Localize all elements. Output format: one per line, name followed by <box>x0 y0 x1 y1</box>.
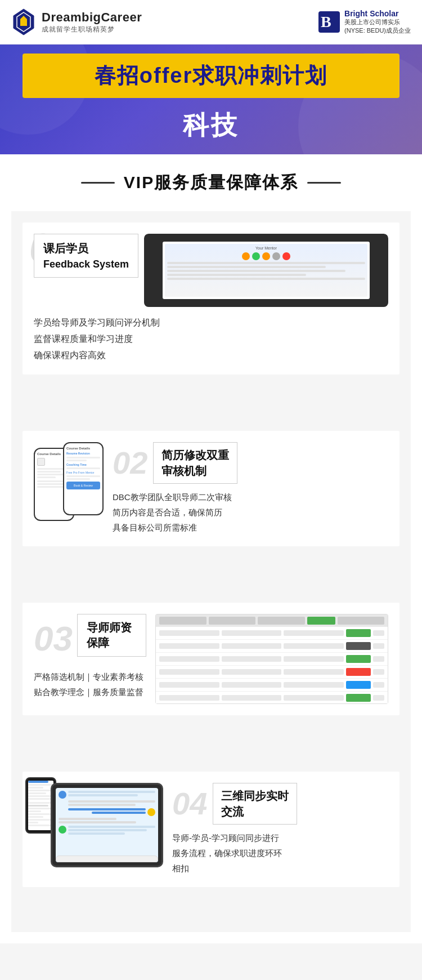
feature-03-table-mockup <box>155 614 388 704</box>
table-header-cell-2 <box>209 617 256 625</box>
ps-line-16 <box>28 825 53 826</box>
num-title-row-04: 04 三维同步实时 交流 <box>172 783 388 825</box>
cell-3-1 <box>159 656 219 662</box>
btn-blue-1 <box>346 681 371 689</box>
emoji-1 <box>242 252 250 260</box>
feature-04-block: 04 三维同步实时 交流 导师-学员-学习顾问同步进行 服务流程，确保求职进度环… <box>23 772 399 887</box>
ps-line-2 <box>28 784 53 786</box>
feature-04-desc-line2: 服务流程，确保求职进度环环 <box>172 845 388 861</box>
feature-01-block: 01 课后学员 Feedback System Your Mentor <box>23 222 399 375</box>
bright-scholar-subtitle-line2: (NYSE: BEDU)成员企业 <box>344 26 411 35</box>
bright-scholar-logo: B Bright Scholar 美股上市公司博实乐 (NYSE: BEDU)成… <box>318 9 411 35</box>
cell-6-2 <box>222 695 282 701</box>
spacer-1 <box>11 403 411 420</box>
table-row-6 <box>156 692 388 704</box>
table-header <box>156 614 388 627</box>
title-dash-right <box>307 182 341 184</box>
ps-line-8 <box>28 802 53 804</box>
bs-text: Bright Scholar 美股上市公司博实乐 (NYSE: BEDU)成员企… <box>344 9 411 35</box>
ps-line-12 <box>28 813 53 815</box>
feature-02-desc: DBC教学团队全职导师二次审核 简历内容是否合适，确保简历 具备目标公司所需标准 <box>113 489 388 535</box>
svg-text:B: B <box>321 13 331 30</box>
header: DreambigCareer 成就留学生职场精英梦 B Bright Schol… <box>0 0 422 44</box>
emoji-row <box>167 252 366 260</box>
cell-2-2 <box>222 643 282 649</box>
bright-scholar-subtitle-line1: 美股上市公司博实乐 <box>344 18 411 26</box>
ipad-screen <box>56 788 158 862</box>
emoji-2 <box>252 252 260 260</box>
ps-line-5 <box>28 792 46 794</box>
ps-line-6 <box>28 795 53 797</box>
header-right: B Bright Scholar 美股上市公司博实乐 (NYSE: BEDU)成… <box>318 9 411 35</box>
feature-04-right: 04 三维同步实时 交流 导师-学员-学习顾问同步进行 服务流程，确保求职进度环… <box>172 783 388 876</box>
feature-03-desc-line1: 严格筛选机制｜专业素养考核 <box>34 669 146 684</box>
cell-5-1 <box>159 682 219 688</box>
title-dash-left <box>81 182 115 184</box>
feature-03-number: 03 <box>34 621 73 656</box>
laptop-body: Your Mentor <box>144 234 388 307</box>
cell-4-1 <box>159 669 219 675</box>
header-left: DreambigCareer 成就留学生职场精英梦 <box>11 8 142 36</box>
feature-01-left: 课后学员 Feedback System <box>34 234 138 278</box>
header-brand: DreambigCareer 成就留学生职场精英梦 <box>42 10 142 34</box>
cell-5-2 <box>222 682 282 688</box>
cell-5-end <box>373 682 384 688</box>
cell-2-1 <box>159 643 219 649</box>
cell-6-end <box>373 695 384 701</box>
btn-green-1 <box>346 629 371 637</box>
feature-03-desc-line2: 贴合教学理念｜服务质量监督 <box>34 684 146 700</box>
laptop-screen: Your Mentor <box>163 242 370 299</box>
btn-red-1 <box>346 668 371 676</box>
feature-02-right: 02 简历修改双重 审核机制 DBC教学团队全职导师二次审核 简历内容是否合适，… <box>113 442 388 535</box>
feature-02-title-line1: 简历修改双重 <box>161 447 229 463</box>
feature-04-desc-line3: 相扣 <box>172 861 388 876</box>
dreambig-logo-icon <box>11 8 36 36</box>
table-row-5 <box>156 679 388 692</box>
ps-line-9 <box>28 805 48 807</box>
feature-02-container: Course Details <box>11 420 411 574</box>
table-row-4 <box>156 666 388 679</box>
ps-line-10 <box>28 808 53 809</box>
num-title-row-02: 02 简历修改双重 审核机制 <box>113 442 388 484</box>
feature-04-title-box: 三维同步实时 交流 <box>213 783 297 825</box>
feature-01-desc: 学员给导师及学习顾问评分机制 监督课程质量和学习进度 确保课程内容高效 <box>34 315 388 363</box>
brand-slogan: 成就留学生职场精英梦 <box>42 25 142 34</box>
ps-line-14 <box>28 819 53 821</box>
feature-02-block: Course Details <box>23 431 399 546</box>
btn-green-3 <box>346 694 371 702</box>
hero-subtitle: 科技 <box>183 110 239 140</box>
feature-01-desc-line1: 学员给导师及学习顾问评分机制 <box>34 315 388 331</box>
feature-02-inner: Course Details <box>34 442 388 535</box>
feature-04-number: 04 <box>172 788 207 819</box>
feature-02-desc-line2: 简历内容是否合适，确保简历 <box>113 505 388 520</box>
feature-04-title-line2: 交流 <box>221 804 289 819</box>
ps-line-11 <box>28 810 41 812</box>
phone-mock-2: Course Details Resume Revision Coaching … <box>63 442 104 515</box>
feature-04-container: 04 三维同步实时 交流 导师-学员-学习顾问同步进行 服务流程，确保求职进度环… <box>11 760 411 915</box>
bright-scholar-icon: B <box>318 11 340 33</box>
hero-title-bar: 春招offer求职冲刺计划 <box>23 54 399 98</box>
emoji-5 <box>282 252 290 260</box>
cell-5-3 <box>284 682 344 688</box>
feature-02-phones: Course Details <box>34 442 104 521</box>
ps-line-7 <box>28 798 53 800</box>
table-row-2 <box>156 640 388 653</box>
cell-end <box>373 630 384 636</box>
feature-02-number: 02 <box>113 447 147 479</box>
feature-01-subheading: Feedback System <box>43 259 129 270</box>
bright-scholar-name: Bright Scholar <box>344 9 411 18</box>
feature-01-desc-line3: 确保课程内容高效 <box>34 348 388 364</box>
table-mock <box>155 614 388 704</box>
feature-03-desc: 严格筛选机制｜专业素养考核 贴合教学理念｜服务质量监督 <box>34 669 146 700</box>
table-row-3 <box>156 653 388 666</box>
feature-02-title-box: 简历修改双重 审核机制 <box>153 442 237 484</box>
brand-name: DreambigCareer <box>42 10 142 25</box>
feature-03-container: 03 导师师资保障 严格筛选机制｜专业素养考核 贴合教学理念｜服务质量监督 <box>11 591 411 743</box>
cell-3-3 <box>284 656 344 662</box>
cell-6-1 <box>159 695 219 701</box>
feature-03-title: 导师师资保障 <box>87 621 132 649</box>
feature-04-left <box>34 783 163 867</box>
feature-03-left: 03 导师师资保障 严格筛选机制｜专业素养考核 贴合教学理念｜服务质量监督 <box>34 614 146 700</box>
spacer-3 <box>11 743 411 760</box>
feature-04-inner: 04 三维同步实时 交流 导师-学员-学习顾问同步进行 服务流程，确保求职进度环… <box>34 783 388 876</box>
